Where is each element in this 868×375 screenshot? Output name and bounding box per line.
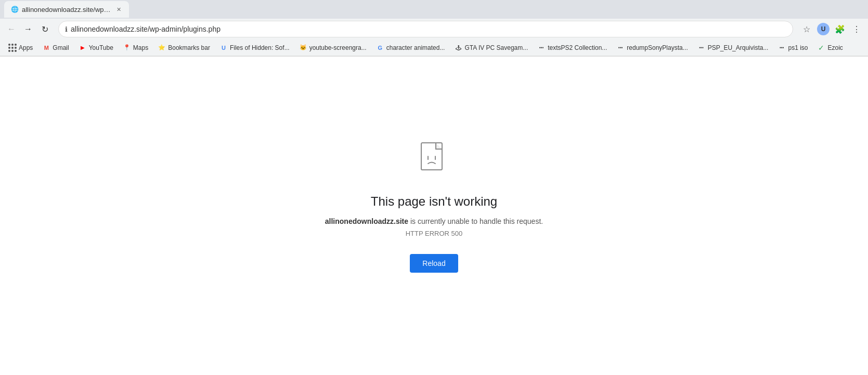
forward-button[interactable]: → [21, 22, 35, 36]
browser-chrome: 🌐 allinonedownloadzz.site/wp-admin/plugi… [0, 0, 868, 57]
error-code: HTTP ERROR 500 [406, 230, 463, 237]
address-bar[interactable]: ℹ allinonedownloadzz.site/wp-admin/plugi… [58, 21, 793, 37]
menu-button[interactable]: ⋮ [849, 22, 864, 36]
ezoic-icon: ✓ [817, 44, 825, 52]
active-tab[interactable]: 🌐 allinonedownloadzz.site/wp-admin/plugi… [4, 1, 129, 18]
bookmark-youtube-screengra-label: youtube-screengra... [309, 44, 367, 51]
apps-grid-icon [8, 44, 17, 52]
psp-arquivista-icon: ▪▪▪ [697, 44, 706, 52]
bookmark-psp-arquivista[interactable]: ▪▪▪ PSP_EU_Arquivista... [693, 43, 773, 53]
tab-title: allinonedownloadzz.site/wp-admin/plugins… [22, 6, 111, 14]
error-description: allinonedownloadzz.site is currently una… [325, 217, 543, 225]
bookmark-files-hidden-label: Files of Hidden: Sof... [230, 44, 290, 51]
error-site-name: allinonedownloadzz.site [325, 217, 408, 225]
bookmark-maps-label: Maps [133, 44, 148, 51]
youtube-icon: ▶ [79, 44, 87, 52]
bookmark-psp-arquivista-label: PSP_EU_Arquivista... [708, 44, 769, 51]
profile-button[interactable]: U [816, 22, 831, 36]
bookmark-gta-savegam-label: GTA IV PC Savegam... [464, 44, 528, 51]
bookmarks-bar-icon: ⭐ [158, 44, 166, 52]
gmail-icon: M [42, 44, 50, 52]
redump-icon: ▪▪▪ [616, 44, 625, 52]
tab-bar: 🌐 allinonedownloadzz.site/wp-admin/plugi… [0, 0, 868, 19]
bookmark-bookmarks-bar-label: Bookmarks bar [168, 44, 210, 51]
character-animated-icon: G [376, 44, 384, 52]
extensions-button[interactable]: 🧩 [833, 22, 847, 36]
textsps2-icon: ▪▪▪ [537, 44, 546, 52]
bookmark-textsps2[interactable]: ▪▪▪ textsPS2 Collection... [533, 43, 611, 53]
bookmark-ps1-iso[interactable]: ▪▪▪ ps1 iso [773, 43, 812, 53]
bookmark-character-animated[interactable]: G character animated... [372, 43, 449, 53]
address-text: allinonedownloadzz.site/wp-admin/plugins… [71, 25, 786, 33]
lock-icon: ℹ [65, 25, 68, 33]
error-icon [419, 142, 450, 194]
bookmark-apps[interactable]: Apps [4, 43, 37, 53]
navigation-toolbar: ← → ↻ ℹ allinonedownloadzz.site/wp-admin… [0, 19, 868, 39]
page-content: This page isn't working allinonedownload… [0, 57, 868, 358]
files-hidden-icon: U [219, 44, 228, 52]
bookmark-character-animated-label: character animated... [386, 44, 445, 51]
bookmarks-bar: Apps M Gmail ▶ YouTube 📍 Maps ⭐ Bookmark… [0, 39, 868, 56]
bookmark-ps1-iso-label: ps1 iso [788, 44, 808, 51]
reload-button[interactable]: Reload [410, 254, 458, 273]
bookmark-ezoic[interactable]: ✓ Ezoic [813, 43, 847, 53]
youtube-screengra-icon: 🐱 [299, 44, 307, 52]
error-description-suffix: is currently unable to handle this reque… [408, 217, 543, 225]
gta-savegam-icon: 🕹 [454, 44, 462, 52]
bookmark-apps-label: Apps [19, 44, 33, 51]
bookmark-gmail-label: Gmail [53, 44, 69, 51]
bookmark-bookmarks-bar[interactable]: ⭐ Bookmarks bar [153, 43, 214, 53]
bookmark-maps[interactable]: 📍 Maps [119, 43, 152, 53]
bookmark-youtube-label: YouTube [89, 44, 113, 51]
bookmark-ezoic-label: Ezoic [827, 44, 843, 51]
tab-favicon: 🌐 [10, 5, 19, 14]
bookmark-youtube[interactable]: ▶ YouTube [74, 43, 118, 53]
bookmark-youtube-screengra[interactable]: 🐱 youtube-screengra... [295, 43, 371, 53]
bookmark-files-hidden[interactable]: U Files of Hidden: Sof... [215, 43, 294, 53]
profile-avatar: U [817, 23, 830, 35]
bookmark-gta-savegam[interactable]: 🕹 GTA IV PC Savegam... [450, 43, 532, 53]
toolbar-right: ☆ U 🧩 ⋮ [799, 22, 864, 36]
bookmark-gmail[interactable]: M Gmail [38, 43, 73, 53]
error-title: This page isn't working [371, 194, 497, 209]
tab-close-button[interactable]: ✕ [114, 5, 123, 14]
ps1-iso-icon: ▪▪▪ [778, 44, 786, 52]
star-button[interactable]: ☆ [799, 22, 814, 36]
refresh-button[interactable]: ↻ [37, 22, 52, 36]
back-button[interactable]: ← [4, 22, 19, 36]
bookmark-redump[interactable]: ▪▪▪ redumpSonyPlaysta... [612, 43, 692, 53]
maps-icon: 📍 [123, 44, 131, 52]
bookmark-textsps2-label: textsPS2 Collection... [548, 44, 607, 51]
bookmark-redump-label: redumpSonyPlaysta... [627, 44, 688, 51]
